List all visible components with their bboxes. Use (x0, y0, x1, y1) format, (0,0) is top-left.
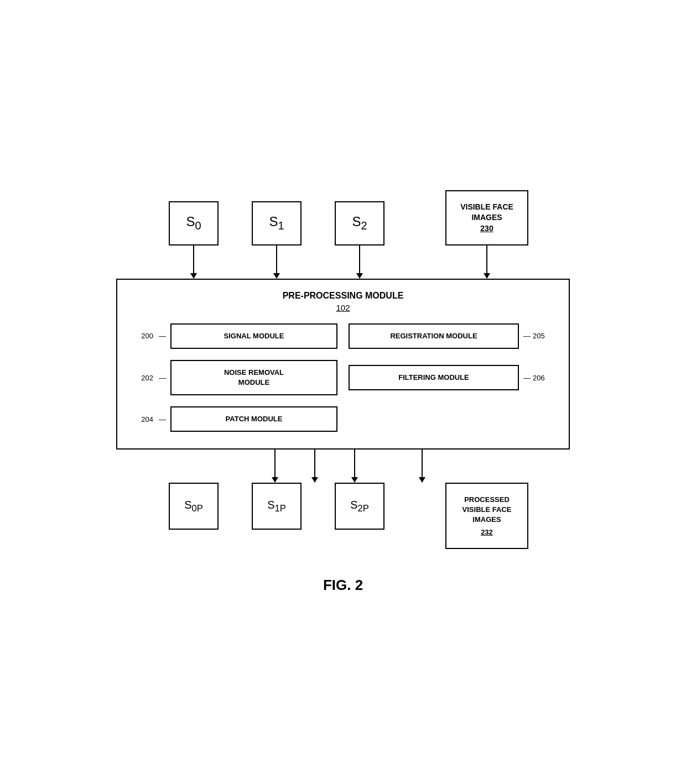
patch-connector-left: — (159, 415, 166, 424)
visible-face-line1: VISIBLE FACE (460, 202, 513, 212)
s2-label: S2 (352, 214, 367, 232)
registration-module-box: REGISTRATION MODULE (349, 323, 519, 349)
s0-subscript: 0 (195, 219, 201, 232)
output-col-s1p: S1P (252, 483, 302, 530)
input-col-visible-face: VISIBLE FACE IMAGES 230 (445, 190, 528, 279)
output-col-s2p: S2P (335, 483, 384, 530)
visible-face-ref: 230 (480, 223, 493, 233)
s1p-label: S1P (267, 499, 286, 514)
arrow-s0 (190, 245, 197, 279)
input-box-s2: S2 (335, 201, 384, 245)
visible-face-input-box: VISIBLE FACE IMAGES 230 (445, 190, 528, 245)
noise-connector-left: — (159, 374, 166, 382)
arrow-visible-face-input (484, 245, 490, 279)
diagram-wrapper: S0 S1 S2 (94, 190, 592, 594)
output-vf-line1: PROCESSED (464, 495, 510, 505)
pre-processing-ref: 102 (134, 303, 552, 312)
filtering-module-ref-label: 206 (533, 374, 552, 382)
visible-face-line2: IMAGES (471, 212, 502, 222)
s0p-subscript: 0P (191, 503, 202, 514)
s1-subscript: 1 (278, 219, 284, 232)
arrow-visible-face-down (419, 450, 425, 483)
noise-module-row: 202 — NOISE REMOVALMODULE (134, 360, 337, 395)
filtering-connector-right: — (523, 374, 531, 382)
input-col-s1: S1 (252, 201, 302, 279)
s1-label: S1 (269, 214, 284, 232)
filtering-module-box: FILTERING MODULE (349, 365, 519, 390)
registration-connector-right: — (523, 332, 531, 340)
registration-module-ref-label: 205 (533, 332, 552, 340)
pre-processing-module-box: PRE-PROCESSING MODULE 102 200 — SIGNAL M… (116, 279, 570, 450)
arrow-s1 (273, 245, 280, 279)
input-col-s2: S2 (335, 201, 384, 279)
input-col-s0: S0 (169, 201, 219, 279)
output-vf-line2: VISIBLE FACE (462, 505, 512, 515)
output-col-visible-face: PROCESSED VISIBLE FACE IMAGES 232 (445, 483, 528, 549)
output-col-s0p: S0P (169, 483, 219, 530)
input-box-s1: S1 (252, 201, 302, 245)
arrow-s1p-down (311, 450, 318, 483)
input-box-s0: S0 (169, 201, 219, 245)
arrow-s0p-down (272, 450, 278, 483)
output-arrow-s2p (351, 450, 358, 483)
signal-module-ref-label: 200 (134, 332, 153, 340)
output-vf-ref: 232 (481, 527, 493, 537)
empty-cell (349, 406, 552, 432)
arrow-s2p-down (351, 450, 358, 483)
s2p-label: S2P (350, 499, 369, 514)
noise-module-ref-label: 202 (134, 374, 153, 382)
noise-module-box: NOISE REMOVALMODULE (170, 360, 337, 395)
s0-label: S0 (186, 214, 201, 232)
filtering-module-row: FILTERING MODULE — 206 (349, 360, 552, 395)
s0p-label: S0P (184, 499, 203, 514)
signal-module-row: 200 — SIGNAL MODULE (134, 323, 337, 349)
s1p-subscript: 1P (274, 503, 285, 514)
pre-processing-title: PRE-PROCESSING MODULE (134, 291, 552, 301)
signal-module-box: SIGNAL MODULE (170, 323, 337, 349)
arrow-s2 (356, 245, 363, 279)
signal-module-connector-left: — (159, 332, 166, 340)
output-box-s0p: S0P (169, 483, 219, 530)
output-visible-face-box: PROCESSED VISIBLE FACE IMAGES 232 (445, 483, 528, 549)
output-arrow-visible-face (419, 450, 425, 483)
patch-module-row: 204 — PATCH MODULE (134, 406, 337, 432)
registration-module-row: REGISTRATION MODULE — 205 (349, 323, 552, 349)
output-box-s2p: S2P (335, 483, 384, 530)
figure-caption: FIG. 2 (323, 577, 363, 593)
s2p-subscript: 2P (357, 503, 368, 514)
output-arrow-s0p (272, 450, 278, 483)
output-arrow-s1p (311, 450, 318, 483)
patch-module-box: PATCH MODULE (170, 406, 337, 432)
output-vf-line3: IMAGES (472, 515, 501, 525)
s2-subscript: 2 (361, 219, 367, 232)
patch-module-ref-label: 204 (134, 415, 153, 424)
output-box-s1p: S1P (252, 483, 302, 530)
